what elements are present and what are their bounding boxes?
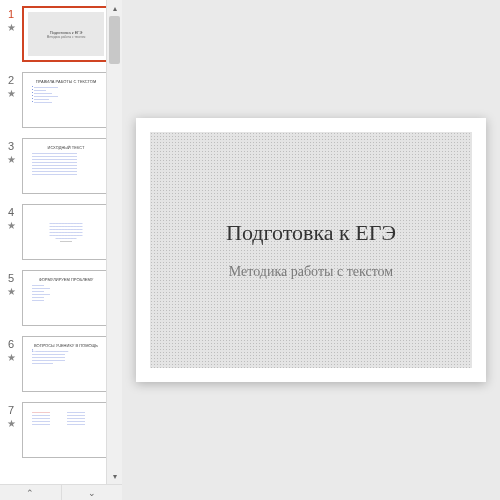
- scroll-down-icon[interactable]: ▾: [107, 468, 122, 484]
- thumb-sub: Методика работы с текстом: [47, 35, 86, 39]
- thumbnail-preview[interactable]: ————————————————————————————————————————…: [22, 402, 110, 458]
- thumbnail-slide-5[interactable]: 5 ★ ФОРМУЛИРУЕМ ПРОБЛЕМУ ———————————————…: [0, 268, 121, 334]
- thumbnail-preview[interactable]: ФОРМУЛИРУЕМ ПРОБЛЕМУ ———————————————————…: [22, 270, 110, 326]
- scrollbar-thumb[interactable]: [109, 16, 120, 64]
- thumbnail-preview[interactable]: ПРАВИЛА РАБОТЫ С ТЕКСТОМ • ————————• ———…: [22, 72, 110, 128]
- thumbnail-slide-6[interactable]: 6 ★ ВОПРОСЫ УЧЕНИКУ В ПОМОЩЬ 1. ————————…: [0, 334, 121, 400]
- thumbnail-slide-1[interactable]: 1 ★ Подготовка к ЕГЭ Методика работы с т…: [0, 4, 121, 70]
- thumb-body: ————————————————————————————————————————…: [29, 220, 103, 245]
- thumbnail-nav-buttons: ⌃ ⌄: [0, 484, 122, 500]
- thumbnail-preview[interactable]: Подготовка к ЕГЭ Методика работы с текст…: [22, 6, 110, 62]
- thumbnail-scrollbar[interactable]: ▴ ▾: [106, 0, 122, 484]
- slide-thumbnail-panel: 1 ★ Подготовка к ЕГЭ Методика работы с т…: [0, 0, 122, 500]
- thumb-body: ————————————————————————————: [29, 282, 103, 304]
- thumbnail-list: 1 ★ Подготовка к ЕГЭ Методика работы с т…: [0, 0, 121, 500]
- star-icon[interactable]: ★: [7, 418, 16, 429]
- slide-title-text[interactable]: Подготовка к ЕГЭ: [226, 220, 396, 246]
- thumbnail-preview[interactable]: ————————————————————————————————————————…: [22, 204, 110, 260]
- slide-number: 5: [8, 272, 14, 284]
- slide-editor-area[interactable]: Подготовка к ЕГЭ Методика работы с текст…: [122, 0, 500, 500]
- star-icon[interactable]: ★: [7, 22, 16, 33]
- slide-number: 6: [8, 338, 14, 350]
- thumbnail-slide-7[interactable]: 7 ★ ————————————————————————————————————…: [0, 400, 121, 466]
- star-icon[interactable]: ★: [7, 88, 16, 99]
- thumbnail-preview[interactable]: ИСХОДНЫЙ ТЕКСТ —————————————————————————…: [22, 138, 110, 194]
- thumbnail-slide-2[interactable]: 2 ★ ПРАВИЛА РАБОТЫ С ТЕКСТОМ • ————————•…: [0, 70, 121, 136]
- nav-next-icon[interactable]: ⌄: [61, 485, 123, 500]
- thumbnail-slide-4[interactable]: 4 ★ ————————————————————————————————————…: [0, 202, 121, 268]
- star-icon[interactable]: ★: [7, 220, 16, 231]
- current-slide[interactable]: Подготовка к ЕГЭ Методика работы с текст…: [136, 118, 486, 382]
- thumb-body: 1. —————————————————————————————————————…: [29, 348, 103, 367]
- thumbnail-preview[interactable]: ВОПРОСЫ УЧЕНИКУ В ПОМОЩЬ 1. ————————————…: [22, 336, 110, 392]
- star-icon[interactable]: ★: [7, 286, 16, 297]
- thumb-body: ————————————————————————————————————————…: [29, 150, 103, 178]
- slide-number: 7: [8, 404, 14, 416]
- slide-number: 4: [8, 206, 14, 218]
- thumb-body: • ————————• ————• ——————• ————————• ————…: [29, 84, 103, 106]
- slide-number: 2: [8, 74, 14, 86]
- thumb-body: ————————————————————————————————————————…: [29, 409, 103, 428]
- nav-prev-icon[interactable]: ⌃: [0, 485, 61, 500]
- thumbnail-slide-3[interactable]: 3 ★ ИСХОДНЫЙ ТЕКСТ —————————————————————…: [0, 136, 121, 202]
- star-icon[interactable]: ★: [7, 352, 16, 363]
- slide-subtitle-text[interactable]: Методика работы с текстом: [229, 264, 393, 280]
- slide-number: 1: [8, 8, 14, 20]
- scroll-up-icon[interactable]: ▴: [107, 0, 122, 16]
- scrollbar-track[interactable]: [107, 16, 122, 468]
- star-icon[interactable]: ★: [7, 154, 16, 165]
- slide-number: 3: [8, 140, 14, 152]
